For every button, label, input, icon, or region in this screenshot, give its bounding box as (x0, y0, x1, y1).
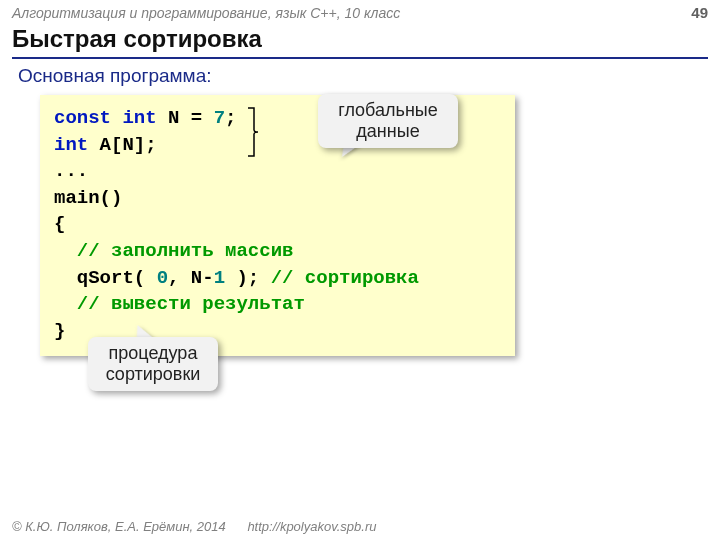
comment-fill: // заполнить массив (77, 240, 294, 262)
callout-line: данные (332, 121, 444, 142)
callout-line: процедура (102, 343, 204, 364)
decl-a: A[N]; (88, 134, 156, 156)
slide-title: Быстрая сортировка (12, 25, 708, 53)
comment-out: // вывести результат (77, 293, 305, 315)
copyright-text: © К.Ю. Поляков, Е.А. Ерёмин, 2014 (12, 519, 226, 534)
footer-url: http://kpolyakov.spb.ru (247, 519, 376, 534)
lit-0: 0 (157, 267, 168, 289)
callout-sort-procedure: процедура сортировки (88, 337, 218, 391)
brace-bracket-icon (246, 106, 262, 158)
code-line-3: ... (54, 158, 501, 185)
code-line-8: // вывести результат (54, 291, 501, 318)
code-line-7: qSort( 0, N-1 ); // сортировка (54, 265, 501, 292)
op-eq: = (191, 107, 202, 129)
slide-header: Алгоритмизация и программирование, язык … (0, 0, 720, 23)
callout-line: сортировки (102, 364, 204, 385)
page-number: 49 (691, 4, 708, 21)
callout-line: глобальные (332, 100, 444, 121)
lit-7: 7 (214, 107, 225, 129)
slide-footer: © К.Ю. Поляков, Е.А. Ерёмин, 2014 http:/… (0, 515, 720, 540)
lit-1: 1 (214, 267, 225, 289)
code-line-5: { (54, 211, 501, 238)
kw-int: int (54, 134, 88, 156)
section-subhead: Основная программа: (0, 59, 720, 91)
ident-n: N (168, 107, 179, 129)
semi: ; (225, 107, 236, 129)
callout-global-data: глобальные данные (318, 94, 458, 148)
code-line-4: main() (54, 185, 501, 212)
comment-sort: // сортировка (259, 267, 419, 289)
course-title: Алгоритмизация и программирование, язык … (12, 5, 400, 21)
code-line-6: // заполнить массив (54, 238, 501, 265)
title-block: Быстрая сортировка (0, 23, 720, 59)
kw-int: int (122, 107, 156, 129)
kw-const: const (54, 107, 111, 129)
